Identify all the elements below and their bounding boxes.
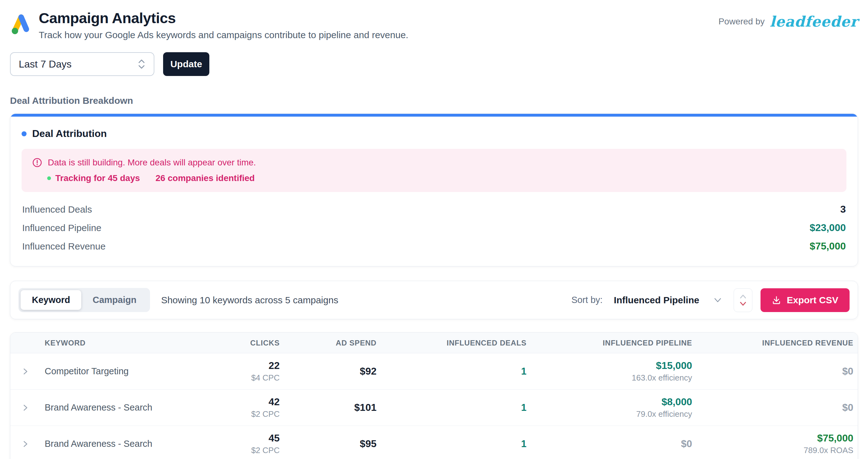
col-header-keyword: KEYWORD <box>40 339 196 347</box>
data-building-alert: Data is still building. More deals will … <box>22 149 846 192</box>
chevron-right-icon[interactable] <box>21 403 30 412</box>
keyword-name: Brand Awareness - Search <box>40 402 196 413</box>
influenced-deals-cell: 1 <box>381 402 531 413</box>
view-toggle: Keyword Campaign <box>19 288 150 312</box>
chevron-down-icon <box>713 297 722 303</box>
stat-value: $75,000 <box>810 240 846 252</box>
page-title: Campaign Analytics <box>39 9 408 27</box>
card-accent-bar <box>10 114 858 117</box>
date-range-select[interactable]: Last 7 Days <box>10 52 154 76</box>
page-header: Campaign Analytics Track how your Google… <box>10 7 858 40</box>
date-range-value: Last 7 Days <box>19 58 71 70</box>
alert-message: Data is still building. More deals will … <box>48 157 256 168</box>
influenced-pipeline-cell: $8,000 79.0x efficiency <box>531 396 696 419</box>
clicks-cell: 42 $2 CPC <box>196 396 284 419</box>
clicks-cell: 22 $4 CPC <box>196 360 284 383</box>
col-header-influenced-revenue: INFLUENCED REVENUE <box>696 339 858 347</box>
tracking-status-dot <box>47 176 51 180</box>
export-csv-label: Export CSV <box>787 295 838 306</box>
card-bullet-dot <box>22 131 27 136</box>
sort-direction-button[interactable] <box>734 288 752 312</box>
table-row[interactable]: Brand Awareness - Search 45 $2 CPC $95 1… <box>10 426 858 459</box>
table-body: Competitor Targeting 22 $4 CPC $92 1 $15… <box>10 353 858 459</box>
campaign-analytics-page: Campaign Analytics Track how your Google… <box>0 0 868 459</box>
stat-label: Influenced Deals <box>22 204 92 215</box>
google-ads-icon <box>10 12 31 36</box>
influenced-deals-cell: 1 <box>381 438 531 450</box>
updown-chevron-icon <box>137 58 146 70</box>
powered-by: Powered by leadfeeder <box>718 13 858 30</box>
tracking-days: Tracking for 45 days <box>55 173 140 183</box>
keyword-name: Brand Awareness - Search <box>40 439 196 449</box>
ad-spend-cell: $92 <box>284 366 381 377</box>
col-header-influenced-deals: INFLUENCED DEALS <box>381 339 531 347</box>
table-row[interactable]: Brand Awareness - Search 42 $2 CPC $101 … <box>10 390 858 426</box>
stat-label: Influenced Pipeline <box>22 223 101 233</box>
table-toolbar: Keyword Campaign Showing 10 keywords acr… <box>10 281 858 319</box>
export-csv-button[interactable]: Export CSV <box>761 288 849 312</box>
section-title: Deal Attribution Breakdown <box>10 95 858 106</box>
tab-keyword[interactable]: Keyword <box>21 290 81 310</box>
update-button[interactable]: Update <box>163 52 209 76</box>
col-header-ad-spend: AD SPEND <box>284 339 381 347</box>
keyword-name: Competitor Targeting <box>40 366 196 376</box>
companies-identified: 26 companies identified <box>156 173 255 183</box>
leadfeeder-logo: leadfeeder <box>770 13 858 30</box>
table-row[interactable]: Competitor Targeting 22 $4 CPC $92 1 $15… <box>10 353 858 390</box>
influenced-deals-cell: 1 <box>381 366 531 377</box>
table-header-row: KEYWORD CLICKS AD SPEND INFLUENCED DEALS… <box>10 333 858 353</box>
stat-row-influenced-revenue: Influenced Revenue $75,000 <box>22 237 846 255</box>
attribution-stats: Influenced Deals 3 Influenced Pipeline $… <box>22 200 846 255</box>
stat-value: 3 <box>840 204 846 215</box>
influenced-pipeline-cell: $0 <box>531 438 696 450</box>
chevron-right-icon[interactable] <box>21 367 30 376</box>
influenced-pipeline-cell: $15,000 163.0x efficiency <box>531 360 696 383</box>
download-icon <box>772 295 781 305</box>
stat-label: Influenced Revenue <box>22 241 105 252</box>
ad-spend-cell: $101 <box>284 402 381 413</box>
chevron-right-icon[interactable] <box>21 440 30 448</box>
influenced-revenue-cell: $0 <box>696 366 858 377</box>
stat-row-influenced-deals: Influenced Deals 3 <box>22 200 846 219</box>
col-header-clicks: CLICKS <box>196 339 284 347</box>
results-summary: Showing 10 keywords across 5 campaigns <box>161 295 338 306</box>
influenced-revenue-cell: $0 <box>696 402 858 413</box>
sort-direction-icon <box>739 294 747 307</box>
tab-campaign[interactable]: Campaign <box>81 290 148 310</box>
ad-spend-cell: $95 <box>284 438 381 450</box>
deal-attribution-card: Deal Attribution Data is still building.… <box>10 114 858 266</box>
col-header-influenced-pipeline: INFLUENCED PIPELINE <box>531 339 696 347</box>
sort-field-value: Influenced Pipeline <box>614 295 699 306</box>
clicks-cell: 45 $2 CPC <box>196 432 284 455</box>
keywords-table: KEYWORD CLICKS AD SPEND INFLUENCED DEALS… <box>10 333 858 459</box>
sort-field-select[interactable]: Influenced Pipeline <box>611 295 725 306</box>
powered-by-label: Powered by <box>718 17 765 27</box>
influenced-revenue-cell: $75,000 789.0x ROAS <box>696 432 858 455</box>
card-title: Deal Attribution <box>32 128 107 139</box>
alert-circle-icon <box>32 157 42 168</box>
filter-controls: Last 7 Days Update <box>10 52 858 76</box>
sort-by-label: Sort by: <box>571 295 603 305</box>
page-subtitle: Track how your Google Ads keywords and c… <box>39 30 408 40</box>
stat-row-influenced-pipeline: Influenced Pipeline $23,000 <box>22 219 846 237</box>
stat-value: $23,000 <box>810 222 846 234</box>
